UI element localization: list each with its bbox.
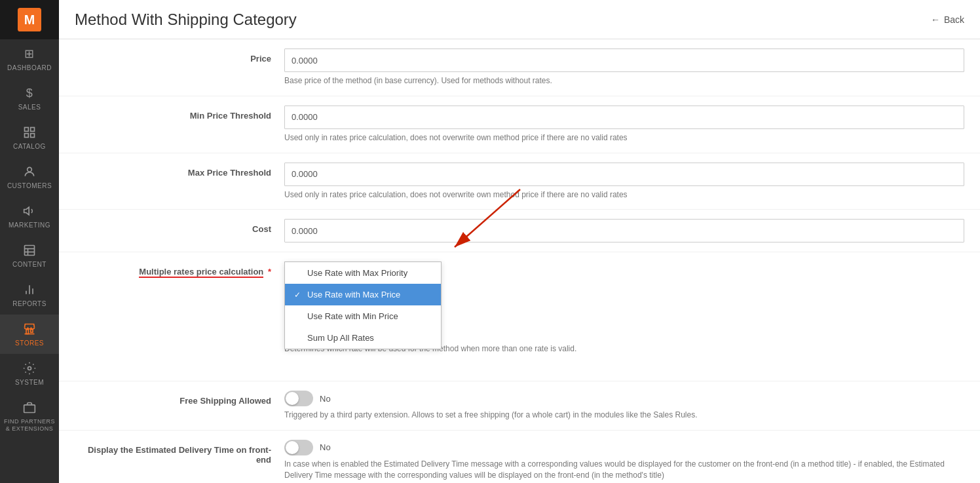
sidebar-item-customers[interactable]: CUSTOMERS xyxy=(0,157,59,197)
max-price-field-wrap: Used only in rates price calculation, do… xyxy=(284,163,964,201)
sidebar-item-dashboard[interactable]: ⊞ DASHBOARD xyxy=(0,39,59,79)
price-label: Price xyxy=(75,48,284,64)
display-delivery-toggle[interactable] xyxy=(284,440,313,455)
form-content: Price Base price of the method (in base … xyxy=(59,39,980,483)
svg-rect-19 xyxy=(24,405,35,413)
min-price-field-wrap: Used only in rates price calculation, do… xyxy=(284,106,964,144)
sidebar-item-reports[interactable]: REPORTS xyxy=(0,275,59,315)
toggle-knob xyxy=(286,392,299,405)
max-price-input[interactable] xyxy=(284,163,964,186)
sidebar-item-label: CUSTOMERS xyxy=(7,182,52,190)
sidebar-item-content[interactable]: CONTENT xyxy=(0,236,59,275)
display-delivery-row: Display the Estimated Delivery Time on f… xyxy=(59,431,980,483)
sidebar: M ⊞ DASHBOARD $ SALES CATALOG CUSTOMERS xyxy=(0,0,59,483)
price-hint: Base price of the method (in base curren… xyxy=(284,75,964,87)
sidebar-item-label: FIND PARTNERS & EXTENSIONS xyxy=(3,418,56,433)
min-price-label: Min Price Threshold xyxy=(75,106,284,121)
svg-marker-7 xyxy=(24,207,29,215)
price-input[interactable] xyxy=(284,48,964,72)
free-shipping-toggle[interactable] xyxy=(284,391,313,406)
dropdown-item-max-price[interactable]: ✓ Use Rate with Max Price xyxy=(285,284,441,305)
max-price-hint: Used only in rates price calculation, do… xyxy=(284,189,964,201)
multiple-rates-row: Multiple rates price calculation * Use R… xyxy=(59,252,980,381)
display-delivery-hint: In case when is enabled the Estimated De… xyxy=(284,459,964,481)
catalog-icon xyxy=(22,125,37,140)
display-delivery-toggle-wrap: No xyxy=(284,440,964,455)
stores-icon xyxy=(22,321,37,337)
svg-rect-16 xyxy=(31,330,33,332)
find-partners-icon xyxy=(22,400,37,415)
back-button[interactable]: ← Back xyxy=(931,14,964,25)
form-section: Price Base price of the method (in base … xyxy=(59,39,980,483)
sidebar-item-sales[interactable]: $ SALES xyxy=(0,79,59,118)
sales-icon: $ xyxy=(22,85,37,101)
sidebar-item-find-partners[interactable]: FIND PARTNERS & EXTENSIONS xyxy=(0,393,59,439)
required-indicator: * xyxy=(268,267,271,277)
dropdown-item-label: Use Rate with Max Priority xyxy=(307,268,407,278)
min-price-row: Min Price Threshold Used only in rates p… xyxy=(59,96,980,153)
sidebar-item-label: MARKETING xyxy=(9,222,50,229)
toggle-knob xyxy=(286,441,299,454)
free-shipping-value: No xyxy=(320,394,331,404)
dropdown-item-label: Sum Up All Rates xyxy=(307,333,374,343)
cost-label: Cost xyxy=(75,219,284,234)
max-price-label: Max Price Threshold xyxy=(75,163,284,178)
max-price-row: Max Price Threshold Used only in rates p… xyxy=(59,153,980,210)
free-shipping-field-wrap: No Triggered by a third party extension.… xyxy=(284,391,964,421)
dropdown-item-min-price[interactable]: Use Rate with Min Price xyxy=(285,305,441,327)
back-label: Back xyxy=(944,14,964,25)
price-row: Price Base price of the method (in base … xyxy=(59,39,980,96)
min-price-hint: Used only in rates price calculation, do… xyxy=(284,132,964,144)
cost-field-wrap xyxy=(284,219,964,242)
sidebar-item-label: REPORTS xyxy=(12,300,47,308)
display-delivery-field-wrap: No In case when is enabled the Estimated… xyxy=(284,440,964,481)
free-shipping-toggle-wrap: No xyxy=(284,391,964,406)
sidebar-item-label: SALES xyxy=(18,104,41,111)
sidebar-item-label: SYSTEM xyxy=(15,379,44,387)
display-delivery-label: Display the Estimated Delivery Time on f… xyxy=(75,440,284,465)
display-delivery-value: No xyxy=(320,442,331,452)
svg-rect-5 xyxy=(31,134,35,138)
multiple-rates-label: Multiple rates price calculation * xyxy=(75,261,284,278)
sidebar-item-marketing[interactable]: MARKETING xyxy=(0,197,59,236)
dropdown-item-label: Use Rate with Max Price xyxy=(307,290,400,299)
cost-row: Cost xyxy=(59,210,980,252)
page-header: Method With Shipping Category ← Back xyxy=(59,0,980,39)
dropdown-menu: Use Rate with Max Priority ✓ Use Rate wi… xyxy=(284,261,442,349)
dropdown-item-sum-all[interactable]: Sum Up All Rates xyxy=(285,327,441,349)
svg-text:M: M xyxy=(24,12,35,27)
dropdown-item-max-priority[interactable]: Use Rate with Max Priority xyxy=(285,262,441,284)
sidebar-item-label: CATALOG xyxy=(13,143,46,151)
sidebar-logo: M xyxy=(0,0,59,39)
system-icon xyxy=(22,360,37,376)
sidebar-item-catalog[interactable]: CATALOG xyxy=(0,118,59,157)
min-price-input[interactable] xyxy=(284,106,964,129)
svg-rect-4 xyxy=(25,134,29,138)
sidebar-item-label: CONTENT xyxy=(12,261,47,269)
svg-rect-8 xyxy=(25,246,35,256)
main-content: Method With Shipping Category ← Back Pri… xyxy=(59,0,980,483)
free-shipping-hint: Triggered by a third party extension. Al… xyxy=(284,410,964,421)
sidebar-item-system[interactable]: SYSTEM xyxy=(0,354,59,393)
sidebar-item-stores[interactable]: STORES xyxy=(0,315,59,354)
sidebar-item-label: DASHBOARD xyxy=(7,64,52,72)
svg-rect-2 xyxy=(25,128,29,132)
multiple-rates-field-wrap: Use Rate with Max Priority ✓ Use Rate wi… xyxy=(284,261,964,355)
svg-rect-15 xyxy=(26,330,28,334)
back-arrow-icon: ← xyxy=(931,14,940,25)
cost-input[interactable] xyxy=(284,219,964,242)
page-title: Method With Shipping Category xyxy=(75,10,297,29)
multiple-rates-label-text: Multiple rates price calculation xyxy=(139,267,263,278)
dropdown-item-label: Use Rate with Min Price xyxy=(307,311,398,321)
free-shipping-row: Free Shipping Allowed No Triggered by a … xyxy=(59,381,980,431)
price-field-wrap: Base price of the method (in base curren… xyxy=(284,48,964,87)
dashboard-icon: ⊞ xyxy=(22,46,37,62)
free-shipping-label: Free Shipping Allowed xyxy=(75,391,284,406)
svg-point-6 xyxy=(28,167,32,172)
content-icon xyxy=(22,242,37,258)
reports-icon xyxy=(22,282,37,298)
customers-icon xyxy=(22,164,37,180)
svg-rect-3 xyxy=(31,128,35,132)
svg-point-18 xyxy=(28,367,31,370)
marketing-icon xyxy=(22,203,37,219)
